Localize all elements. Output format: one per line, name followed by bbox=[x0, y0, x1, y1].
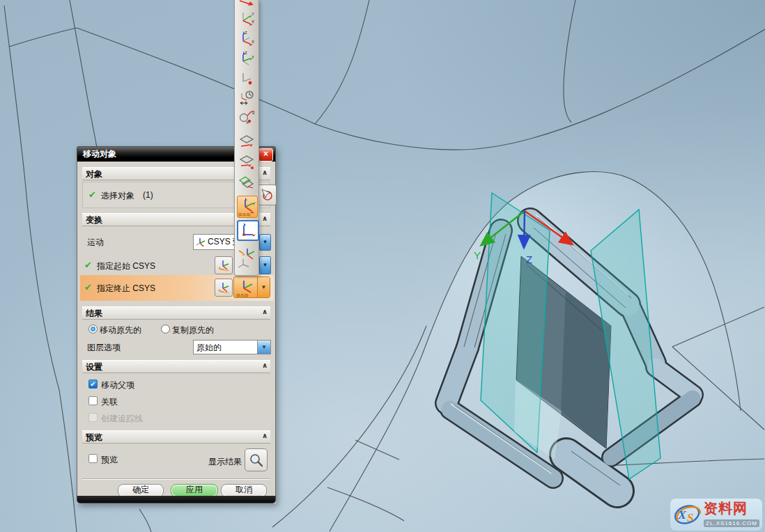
move-original-label[interactable]: 移动原先的 bbox=[100, 324, 141, 336]
csys-current-view-icon[interactable] bbox=[237, 220, 259, 241]
dialog-title: 移动对象 bbox=[83, 149, 116, 159]
watermark-site-url: ZL.XS1616.COM bbox=[704, 519, 759, 527]
section-preview-label: 预览 bbox=[86, 432, 102, 442]
copy-original-radio[interactable] bbox=[161, 324, 170, 334]
svg-text:X: X bbox=[252, 19, 254, 24]
section-header-settings[interactable]: 设置 ∧ bbox=[82, 360, 270, 373]
collapse-icon[interactable]: ∧ bbox=[262, 214, 268, 222]
csys-type-palette: YX ZX ZY bbox=[234, 0, 259, 276]
axis-label-z: Z bbox=[526, 253, 532, 265]
start-csys-type-dropdown-button[interactable]: ▼ bbox=[259, 256, 271, 274]
csys-three-planes-icon[interactable] bbox=[237, 173, 256, 191]
copy-original-label[interactable]: 复制原先的 bbox=[172, 324, 214, 336]
watermark-site-name: 资料网 bbox=[704, 501, 759, 515]
section-settings-label: 设置 bbox=[86, 362, 102, 372]
check-icon: ✔ bbox=[90, 380, 95, 388]
origin-coords-label: (0,0,0) bbox=[236, 293, 248, 297]
csys-absolute-icon: (0,0,0) bbox=[235, 278, 256, 297]
end-csys-type-split-button[interactable]: (0,0,0) ▼ bbox=[233, 276, 270, 298]
check-icon: ✔ bbox=[84, 282, 92, 292]
footer-separator bbox=[82, 478, 270, 479]
csys-partial-icon[interactable] bbox=[237, 0, 256, 6]
section-object-label: 对象 bbox=[86, 169, 102, 179]
watermark: X S 资料网 ZL.XS1616.COM bbox=[670, 499, 762, 531]
preview-label[interactable]: 预览 bbox=[101, 454, 118, 466]
start-csys-label[interactable]: 指定起始 CSYS bbox=[97, 260, 155, 272]
dropdown-arrow-icon: ▼ bbox=[263, 262, 268, 268]
watermark-logo-icon: X S bbox=[673, 501, 702, 529]
motion-dropdown[interactable]: CSYS 到 bbox=[193, 234, 238, 250]
end-csys-dropdown-arrow[interactable]: ▼ bbox=[257, 277, 270, 297]
origin-coords-label: (0,0,0) bbox=[238, 212, 250, 217]
end-csys-dialog-button[interactable] bbox=[215, 279, 233, 297]
select-object-label[interactable]: 选择对象 bbox=[101, 190, 134, 202]
move-parent-label[interactable]: 移动父项 bbox=[101, 380, 134, 391]
axis-label-y: Y bbox=[474, 249, 481, 261]
csys-dynamic-icon[interactable] bbox=[237, 88, 256, 107]
dropdown-arrow-icon: ▼ bbox=[263, 239, 268, 245]
associative-checkbox[interactable] bbox=[88, 396, 98, 405]
svg-text:Y: Y bbox=[252, 55, 254, 59]
csys-inferred-icon[interactable] bbox=[237, 244, 256, 272]
move-parent-checkbox[interactable]: ✔ bbox=[88, 380, 98, 389]
motion-label: 运动 bbox=[87, 237, 104, 249]
layer-option-label: 图层选项 bbox=[87, 342, 121, 354]
csys-zx-icon[interactable]: ZX bbox=[237, 29, 256, 47]
dialog-bottom-bar[interactable] bbox=[77, 496, 276, 503]
show-result-label: 显示结果 bbox=[208, 456, 242, 468]
check-icon: ✔ bbox=[88, 189, 96, 200]
svg-text:X: X bbox=[252, 40, 254, 44]
magnifier-icon bbox=[249, 453, 264, 468]
application-window: Y Z 移动对象 × 对象 ∧ ✔ 选择对象 (1) bbox=[0, 0, 765, 532]
csys-absolute-icon[interactable]: (0,0,0) bbox=[237, 196, 258, 218]
end-csys-label[interactable]: 指定终止 CSYS bbox=[97, 283, 155, 295]
collapse-icon[interactable]: ∧ bbox=[262, 361, 268, 369]
section-transform-label: 变换 bbox=[86, 215, 102, 225]
svg-text:X: X bbox=[677, 508, 686, 522]
motion-value: CSYS 到 bbox=[208, 236, 238, 248]
close-button[interactable]: × bbox=[258, 148, 273, 162]
csys-plane-axis-icon[interactable] bbox=[237, 132, 256, 150]
svg-text:Y: Y bbox=[252, 12, 254, 16]
csys-dialog-icon bbox=[217, 259, 230, 272]
select-object-count: (1) bbox=[143, 190, 153, 200]
svg-text:Z: Z bbox=[245, 31, 247, 35]
section-header-result[interactable]: 结果 ∧ bbox=[82, 306, 270, 320]
dropdown-arrow-icon: ▼ bbox=[261, 284, 267, 290]
svg-text:X: X bbox=[246, 120, 249, 125]
svg-text:S: S bbox=[687, 511, 694, 524]
close-icon: × bbox=[263, 149, 268, 159]
collapse-icon[interactable]: ∧ bbox=[262, 169, 268, 176]
show-result-button[interactable] bbox=[245, 448, 268, 471]
collapse-icon[interactable]: ∧ bbox=[262, 432, 268, 439]
collapse-icon[interactable]: ∧ bbox=[262, 308, 268, 315]
move-original-radio[interactable] bbox=[88, 324, 98, 334]
layer-option-value: 原始的 bbox=[196, 342, 222, 354]
associative-label[interactable]: 关联 bbox=[101, 396, 118, 408]
csys-plane-point-icon[interactable] bbox=[237, 152, 256, 171]
trace-line-checkbox bbox=[88, 413, 98, 422]
start-csys-dialog-button[interactable] bbox=[215, 256, 233, 274]
csys-origin-point-icon[interactable] bbox=[237, 69, 256, 87]
csys-zy-icon[interactable]: ZY bbox=[237, 49, 256, 68]
csys-dialog-icon bbox=[217, 281, 230, 294]
svg-text:Z: Z bbox=[252, 111, 255, 115]
csys-object-icon[interactable]: ZX bbox=[237, 108, 256, 126]
svg-text:Z: Z bbox=[245, 51, 247, 55]
dropdown-arrow-icon[interactable]: ▼ bbox=[257, 341, 270, 354]
select-cursor-icon bbox=[259, 188, 273, 202]
trace-line-label: 创建追踪线 bbox=[101, 413, 143, 425]
section-result-label: 结果 bbox=[86, 308, 102, 318]
csys-xy-icon[interactable]: YX bbox=[237, 9, 256, 27]
section-header-preview[interactable]: 预览 ∧ bbox=[82, 430, 270, 444]
layer-option-dropdown[interactable]: 原始的 ▼ bbox=[193, 340, 271, 354]
csys-mini-icon bbox=[195, 237, 206, 248]
preview-checkbox[interactable] bbox=[88, 454, 98, 463]
check-icon: ✔ bbox=[84, 260, 92, 270]
motion-type-dropdown-button[interactable]: ▼ bbox=[259, 234, 271, 251]
